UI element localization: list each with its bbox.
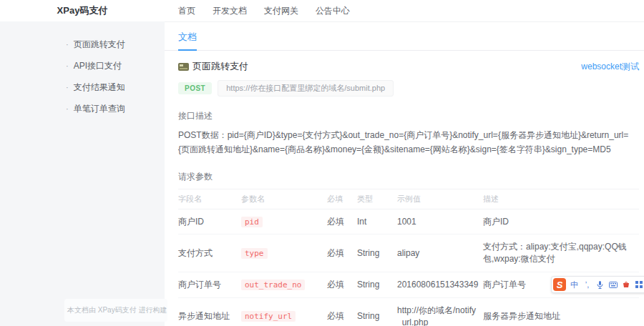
ime-keyboard-icon[interactable] [608,280,618,290]
cell-field: 异步通知地址 [178,297,241,326]
sidebar-menu-item[interactable]: ·页面跳转支付 [66,39,165,51]
page-badge-icon [178,63,189,71]
bullet-icon: · [66,83,69,92]
http-method-badge: POST [178,82,212,94]
ime-grid-icon[interactable] [634,280,643,290]
cell-example: 20160806151343349 [397,272,483,297]
cell-example: http://你的域名/notify_url.php [397,297,483,326]
sidebar: XPay码支付 ·页面跳转支付 ·API接口支付 ·支付结果通知 ·单笔订单查询… [0,0,165,326]
sidebar-menu-item-label: API接口支付 [74,61,122,71]
cell-field: 商户ID [178,209,241,234]
sogou-logo-icon[interactable]: S [553,278,566,291]
endpoint-header: 页面跳转支付 websocket测试 [178,60,639,73]
top-nav-item[interactable]: 支付网关 [264,5,298,17]
col-header-desc: 描述 [483,189,639,209]
cell-example: alipay [397,234,483,272]
cell-desc: 支付方式：alipay:支付宝,qqpay:QQ钱包,wxpay:微信支付 [483,234,639,272]
sidebar-menu-item-label: 支付结果通知 [74,82,125,92]
websocket-test-link[interactable]: websocket测试 [581,61,639,73]
section-request-params: 请求参数 [178,171,639,183]
post-data-text: POST数据：pid={商户ID}&type={支付方式}&out_trade_… [178,129,639,157]
cell-required: 必填 [327,234,357,272]
sidebar-menu-item[interactable]: ·单笔订单查询 [66,103,165,115]
cell-required: 必填 [327,209,357,234]
cell-param: type [241,234,327,272]
sidebar-menu-item[interactable]: ·支付结果通知 [66,82,165,94]
bullet-icon: · [66,61,69,70]
cell-param: pid [241,209,327,234]
cell-desc: 服务器异步通知地址 [483,297,639,326]
bullet-icon: · [66,40,69,49]
sidebar-menu-item[interactable]: ·API接口支付 [66,60,165,72]
cell-field: 支付方式 [178,234,241,272]
top-nav-item[interactable]: 首页 [178,5,195,17]
col-header-param: 参数名 [241,189,327,209]
app-title: XPay码支付 [0,0,165,21]
param-code-badge: out_trade_no [241,280,305,290]
sidebar-menu: ·页面跳转支付 ·API接口支付 ·支付结果通知 ·单笔订单查询 [0,21,165,115]
endpoint-title: 页面跳转支付 [192,60,248,73]
cell-example: 1001 [397,209,483,234]
table-row: 支付方式 type 必填 String alipay 支付方式：alipay:支… [178,234,639,272]
top-nav-item[interactable]: 公告中心 [316,5,350,17]
top-nav-item[interactable]: 开发文档 [213,5,247,17]
bullet-icon: · [66,104,69,113]
sidebar-footer-note: 本文档由 XPay码支付 进行构建 [64,299,167,322]
ime-microphone-icon[interactable] [595,280,605,290]
param-code-badge: notify_url [241,311,296,322]
cell-type: String [357,234,397,272]
cell-type: String [357,272,397,297]
col-header-type: 类型 [357,189,397,209]
tab-bar: 文档 [165,22,644,51]
params-table-head: 字段名 参数名 必填 类型 示例值 描述 [178,189,639,209]
sidebar-menu-item-label: 单笔订单查询 [74,104,125,114]
params-table: 字段名 参数名 必填 类型 示例值 描述 商户ID pid 必填 Int 100 [178,189,639,326]
table-row: 商户ID pid 必填 Int 1001 商户ID [178,209,639,234]
cell-type: String [357,297,397,326]
section-interface-description: 接口描述 [178,110,639,122]
top-nav: 首页 开发文档 支付网关 公告中心 [165,0,644,22]
param-code-badge: type [241,248,268,259]
table-row: 异步通知地址 notify_url 必填 String http://你的域名/… [178,297,639,326]
col-header-field: 字段名 [178,189,241,209]
sidebar-menu-item-label: 页面跳转支付 [74,39,125,49]
cell-required: 必填 [327,297,357,326]
ime-toolbar: S 中 ’, [551,276,644,293]
endpoint-title-wrap: 页面跳转支付 [178,60,248,73]
endpoint-row: POST https://你在接口配置里绑定的域名/submit.php [178,80,639,97]
ime-punctuation-icon[interactable]: ’, [582,280,592,290]
endpoint-url: https://你在接口配置里绑定的域名/submit.php [218,80,394,97]
params-table-body: 商户ID pid 必填 Int 1001 商户ID 支付方式 type 必填 S… [178,209,639,326]
col-header-required: 必填 [327,189,357,209]
ime-language-icon[interactable]: 中 [570,280,579,290]
cell-param: out_trade_no [241,272,327,297]
cell-type: Int [357,209,397,234]
cell-desc: 商户ID [483,209,639,234]
cell-field: 商户订单号 [178,272,241,297]
cell-param: notify_url [241,297,327,326]
tab-document[interactable]: 文档 [178,31,197,51]
sidebar-panel: ·页面跳转支付 ·API接口支付 ·支付结果通知 ·单笔订单查询 本文档由 XP… [0,21,165,326]
ime-shop-icon[interactable] [621,280,630,290]
cell-required: 必填 [327,272,357,297]
col-header-example: 示例值 [397,189,483,209]
param-code-badge: pid [241,217,263,227]
